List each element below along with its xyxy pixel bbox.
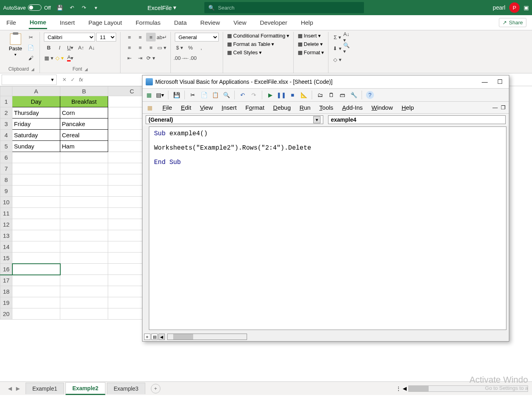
maximize-icon[interactable]: ☐ xyxy=(497,78,502,85)
row-header[interactable]: 19 xyxy=(0,297,12,308)
redo-icon[interactable]: ↷ xyxy=(80,4,87,11)
format-painter-icon[interactable]: 🖌 xyxy=(26,53,36,62)
orientation-icon[interactable]: ⟳ ▾ xyxy=(146,53,156,62)
tab-page-layout[interactable]: Page Layout xyxy=(87,17,123,28)
vba-code-editor[interactable]: Sub example4() Worksheets("Example2").Ro… xyxy=(149,126,506,330)
vba-menu-run[interactable]: Run xyxy=(300,104,311,111)
vba-title-bar[interactable]: Microsoft Visual Basic for Applications … xyxy=(142,75,509,88)
cell[interactable] xyxy=(60,174,108,186)
cell[interactable]: Day xyxy=(12,96,60,107)
sort-filter-icon[interactable]: A↓ ▾ xyxy=(343,33,353,41)
cell[interactable] xyxy=(12,241,60,253)
row-header[interactable]: 12 xyxy=(0,219,12,230)
row-header[interactable]: 1 xyxy=(0,96,12,107)
borders-icon[interactable]: ▦ ▾ xyxy=(44,53,53,62)
percent-icon[interactable]: % xyxy=(186,43,195,52)
toolbox-icon[interactable]: 🔧 xyxy=(350,91,358,99)
row-header[interactable]: 4 xyxy=(0,130,12,141)
row-header[interactable]: 17 xyxy=(0,275,12,286)
procedure-view-icon[interactable]: ▤ xyxy=(151,334,158,340)
cell[interactable]: Thursday xyxy=(12,107,60,119)
grid[interactable]: ABC1DayBreakfast2ThursdayCorn3FridayPanc… xyxy=(0,86,156,320)
cell[interactable] xyxy=(60,208,108,219)
cell[interactable] xyxy=(12,297,60,308)
font-size-select[interactable]: 11 xyxy=(96,33,116,41)
row-header[interactable]: 18 xyxy=(0,286,12,297)
underline-button[interactable]: U ▾ xyxy=(65,43,75,52)
vba-menu-debug[interactable]: Debug xyxy=(273,104,291,111)
fx-icon[interactable]: fx xyxy=(79,77,83,83)
autosave-toggle[interactable]: AutoSave Off xyxy=(3,4,51,11)
currency-icon[interactable]: $ ▾ xyxy=(175,43,184,52)
find-icon[interactable]: 🔍 ▾ xyxy=(343,44,353,53)
conditional-formatting-button[interactable]: ▦ Conditional Formatting ▾ xyxy=(227,33,289,39)
pause-icon[interactable]: ❚❚ xyxy=(277,91,285,99)
align-top-icon[interactable]: ≡ xyxy=(125,33,134,41)
cell[interactable] xyxy=(60,241,108,253)
align-left-icon[interactable]: ≡ xyxy=(125,43,134,52)
cell[interactable] xyxy=(12,186,60,197)
increase-indent-icon[interactable]: ⇥ xyxy=(135,53,145,62)
autosum-icon[interactable]: Σ ▾ xyxy=(332,33,342,41)
decrease-font-icon[interactable]: A↓ xyxy=(87,43,97,52)
ribbon-display-icon[interactable]: ▣ xyxy=(524,4,529,11)
tab-formulas[interactable]: Formulas xyxy=(135,17,162,28)
format-cells-button[interactable]: ▦ Format ▾ xyxy=(298,49,324,55)
delete-cells-button[interactable]: ▦ Delete ▾ xyxy=(298,41,324,47)
cell[interactable] xyxy=(60,308,108,320)
paste-button[interactable]: Paste ▾ xyxy=(7,33,24,57)
format-as-table-button[interactable]: ▦ Format as Table ▾ xyxy=(227,41,289,47)
sheet-tab-example2[interactable]: Example2 xyxy=(65,382,105,395)
cell[interactable] xyxy=(60,253,108,264)
enter-icon[interactable]: ✓ xyxy=(71,77,75,83)
run-icon[interactable]: ▶ xyxy=(266,91,274,99)
cell[interactable]: Ham xyxy=(60,141,108,152)
cell[interactable] xyxy=(12,308,60,320)
tab-file[interactable]: File xyxy=(6,17,17,28)
minimize-icon[interactable]: — xyxy=(482,78,488,85)
vba-procedure-dropdown[interactable]: example4 xyxy=(328,115,506,124)
object-browser-icon[interactable]: 🗃 xyxy=(338,91,346,99)
cell[interactable] xyxy=(60,297,108,308)
increase-font-icon[interactable]: A↑ xyxy=(76,43,86,52)
sheet-nav-next-icon[interactable]: ▶ xyxy=(16,385,20,391)
vba-module-icon[interactable]: ▦ xyxy=(146,104,154,112)
clear-icon[interactable]: ◇ ▾ xyxy=(332,55,342,64)
cell[interactable] xyxy=(12,152,60,163)
user-area[interactable]: pearl P ▣ xyxy=(493,2,529,13)
help-icon[interactable]: ? xyxy=(366,91,374,99)
align-right-icon[interactable]: ≡ xyxy=(146,43,156,52)
cell[interactable] xyxy=(12,197,60,208)
vba-menu-addins[interactable]: Add-Ins xyxy=(342,104,363,111)
copy-icon[interactable]: 📄 xyxy=(200,91,208,99)
file-name[interactable]: ExcelFile ▾ xyxy=(147,4,176,11)
vba-object-dropdown[interactable]: (General) ▼ xyxy=(146,115,323,124)
cell[interactable] xyxy=(60,186,108,197)
bold-button[interactable]: B xyxy=(44,43,53,52)
excel-icon[interactable]: ▦ xyxy=(145,91,153,99)
cell[interactable] xyxy=(12,253,60,264)
italic-button[interactable]: I xyxy=(55,43,64,52)
cell[interactable]: Friday xyxy=(12,119,60,130)
project-explorer-icon[interactable]: 🗂 xyxy=(316,91,324,99)
vba-menu-help[interactable]: Help xyxy=(401,104,414,111)
cell[interactable]: Pancake xyxy=(60,119,108,130)
row-header[interactable]: 11 xyxy=(0,208,12,219)
cell[interactable] xyxy=(60,230,108,241)
undo-icon[interactable]: ↶ xyxy=(239,91,247,99)
tab-help[interactable]: Help xyxy=(300,17,314,28)
undo-icon[interactable]: ↶ xyxy=(68,4,75,11)
tab-insert[interactable]: Insert xyxy=(59,17,76,28)
cell[interactable] xyxy=(60,152,108,163)
launcher-icon[interactable]: ◢ xyxy=(31,67,34,71)
tab-home[interactable]: Home xyxy=(29,16,47,29)
properties-icon[interactable]: 🗒 xyxy=(327,91,335,99)
cell-styles-button[interactable]: ▦ Cell Styles ▾ xyxy=(227,49,289,55)
cell[interactable] xyxy=(12,230,60,241)
decrease-decimal-icon[interactable]: ←.00 xyxy=(186,53,195,62)
column-header[interactable]: A xyxy=(12,87,60,96)
cell[interactable] xyxy=(12,174,60,186)
full-module-view-icon[interactable]: ≡ xyxy=(144,334,150,340)
redo-icon[interactable]: ↷ xyxy=(250,91,258,99)
vba-menu-insert[interactable]: Insert xyxy=(222,104,237,111)
